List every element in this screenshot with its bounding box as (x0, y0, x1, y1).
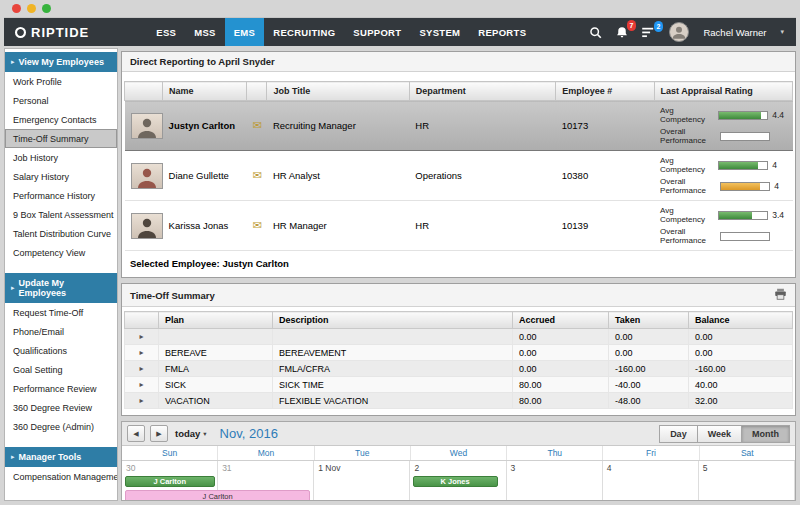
column-plan[interactable]: Plan (159, 312, 273, 329)
expand-row-icon[interactable]: ▸ (131, 348, 152, 357)
sidebar-item-360-degree-admin[interactable]: 360 Degree (Admin) (5, 417, 117, 436)
menu-reports[interactable]: REPORTS (469, 18, 535, 46)
overall-performance-line: Overall Performance 4 (660, 177, 786, 195)
sidebar-header-manager-tools[interactable]: ▸ Manager Tools (5, 447, 117, 467)
column-name[interactable]: Name (163, 82, 247, 101)
user-avatar[interactable] (669, 22, 689, 42)
sidebar-header-update-my-employees[interactable]: ▸ Update My Employees (5, 273, 117, 303)
calendar-next-button[interactable]: ▶ (150, 425, 168, 442)
column-employee-number[interactable]: Employee # (556, 82, 654, 101)
column-photo (125, 82, 163, 101)
column-department[interactable]: Department (409, 82, 555, 101)
calendar-toolbar: ◀ ▶ today ▾ Nov, 2016 Day Week Month (122, 422, 795, 446)
employee-row-diane-gullette[interactable]: Diane Gullette ✉ HR Analyst Operations 1… (125, 151, 793, 201)
column-accrued[interactable]: Accrued (513, 312, 609, 329)
menu-support[interactable]: SUPPORT (344, 18, 410, 46)
balance-cell: 40.00 (689, 377, 793, 393)
timeoff-row[interactable]: ▸ BEREAVE BEREAVEMENT 0.00 0.00 0.00 (125, 345, 793, 361)
event-j-carlton-pink[interactable]: J Carlton (125, 490, 311, 500)
balance-cell: 0.00 (689, 329, 793, 345)
sidebar-header-label: Manager Tools (19, 452, 82, 462)
event-k-jones[interactable]: K Jones (413, 476, 498, 487)
column-balance[interactable]: Balance (689, 312, 793, 329)
sidebar-item-request-time-off[interactable]: Request Time-Off (5, 303, 117, 322)
email-icon[interactable]: ✉ (253, 219, 262, 231)
sidebar-item-emergency-contacts[interactable]: Emergency Contacts (5, 110, 117, 129)
sidebar-item-work-profile[interactable]: Work Profile (5, 72, 117, 91)
sidebar-item-time-off-summary[interactable]: Time-Off Summary (5, 129, 117, 148)
taken-cell: -160.00 (609, 361, 689, 377)
timeoff-row[interactable]: ▸ VACATION FLEXIBLE VACATION 80.00 -48.0… (125, 393, 793, 409)
calendar-cell[interactable]: 3 (507, 461, 603, 500)
top-navbar: RIPTIDE ESS MSS EMS RECRUITING SUPPORT S… (4, 18, 796, 46)
main-content: Direct Reporting to April Snyder Name Jo… (121, 48, 796, 501)
search-icon[interactable] (589, 26, 602, 39)
column-description[interactable]: Description (273, 312, 513, 329)
print-icon[interactable] (774, 288, 787, 302)
calendar-cell[interactable]: 4 (603, 461, 699, 500)
timeoff-row[interactable]: ▸ FMLA FMLA/CFRA 0.00 -160.00 -160.00 (125, 361, 793, 377)
description-cell: BEREAVEMENT (273, 345, 513, 361)
sidebar-item-competency-view[interactable]: Competency View (5, 243, 117, 262)
timeoff-row[interactable]: ▸ SICK SICK TIME 80.00 -40.00 40.00 (125, 377, 793, 393)
sidebar-item-personal[interactable]: Personal (5, 91, 117, 110)
taken-cell: -40.00 (609, 377, 689, 393)
menu-ess[interactable]: ESS (147, 18, 185, 46)
sidebar-item-performance-history[interactable]: Performance History (5, 186, 117, 205)
email-icon[interactable]: ✉ (253, 119, 262, 131)
day-header-tue: Tue (315, 446, 411, 460)
sidebar-item-9-box-talent-assessment[interactable]: 9 Box Talent Assessment (5, 205, 117, 224)
section-arrow-icon: ▸ (11, 453, 15, 461)
expand-row-icon[interactable]: ▸ (131, 396, 152, 405)
sidebar-item-qualifications[interactable]: Qualifications (5, 341, 117, 360)
email-icon[interactable]: ✉ (253, 169, 262, 181)
day-header-mon: Mon (218, 446, 314, 460)
view-week-button[interactable]: Week (697, 425, 742, 443)
employee-row-justyn-carlton[interactable]: Justyn Carlton ✉ Recruiting Manager HR 1… (125, 101, 793, 151)
zoom-window-button[interactable] (42, 4, 51, 13)
sidebar-item-360-degree-review[interactable]: 360 Degree Review (5, 398, 117, 417)
notifications-bell-icon[interactable]: 7 (616, 26, 628, 39)
view-month-button[interactable]: Month (741, 425, 790, 443)
sidebar-item-job-history[interactable]: Job History (5, 148, 117, 167)
sidebar-item-compensation-management[interactable]: Compensation Management (5, 467, 117, 486)
menu-system[interactable]: SYSTEM (410, 18, 469, 46)
sidebar-item-salary-history[interactable]: Salary History (5, 167, 117, 186)
column-taken[interactable]: Taken (609, 312, 689, 329)
calendar-cell[interactable]: 5 (699, 461, 795, 500)
messages-list-icon[interactable]: 2 (642, 27, 655, 38)
employee-name: Karissa Jonas (163, 201, 247, 251)
employee-photo (131, 213, 163, 239)
employee-number: 10139 (556, 201, 654, 251)
menu-mss[interactable]: MSS (185, 18, 225, 46)
sidebar-header-view-my-employees[interactable]: ▸ View My Employees (5, 52, 117, 72)
calendar-cell[interactable]: 1 Nov (314, 461, 410, 500)
sidebar-item-performance-review[interactable]: Performance Review (5, 379, 117, 398)
employee-row-karissa-jonas[interactable]: Karissa Jonas ✉ HR Manager HR 10139 Avg … (125, 201, 793, 251)
calendar-week-1: 30 31 1 Nov 2 3 4 5 J Carlton J Carlton … (122, 461, 795, 500)
sidebar-item-goal-setting[interactable]: Goal Setting (5, 360, 117, 379)
sidebar-section-manager-tools: ▸ Manager Tools Compensation Management (5, 447, 117, 486)
event-j-carlton-green[interactable]: J Carlton (125, 476, 215, 487)
menu-ems[interactable]: EMS (225, 18, 265, 46)
user-menu-caret-icon[interactable]: ▾ (780, 28, 784, 36)
expand-row-icon[interactable]: ▸ (131, 364, 152, 373)
menu-recruiting[interactable]: RECRUITING (264, 18, 344, 46)
taken-cell: 0.00 (609, 345, 689, 361)
sidebar-item-phone-email[interactable]: Phone/Email (5, 322, 117, 341)
minimize-window-button[interactable] (27, 4, 36, 13)
expand-row-icon[interactable]: ▸ (131, 332, 152, 341)
column-job-title[interactable]: Job Title (267, 82, 409, 101)
column-last-appraisal-rating[interactable]: Last Appraisal Rating (654, 82, 792, 101)
calendar-prev-button[interactable]: ◀ (127, 425, 145, 442)
avg-competency-line: Avg Competency 4 (660, 156, 786, 174)
timeoff-row[interactable]: ▸ 0.00 0.00 0.00 (125, 329, 793, 345)
calendar-today-button[interactable]: today ▾ (175, 428, 207, 439)
close-window-button[interactable] (12, 4, 21, 13)
view-day-button[interactable]: Day (659, 425, 698, 443)
sidebar-item-talent-distribution-curve[interactable]: Talent Distribution Curve (5, 224, 117, 243)
employee-number: 10173 (556, 101, 654, 151)
overall-performance-label: Overall Performance (660, 177, 716, 195)
employee-number: 10380 (556, 151, 654, 201)
expand-row-icon[interactable]: ▸ (131, 380, 152, 389)
